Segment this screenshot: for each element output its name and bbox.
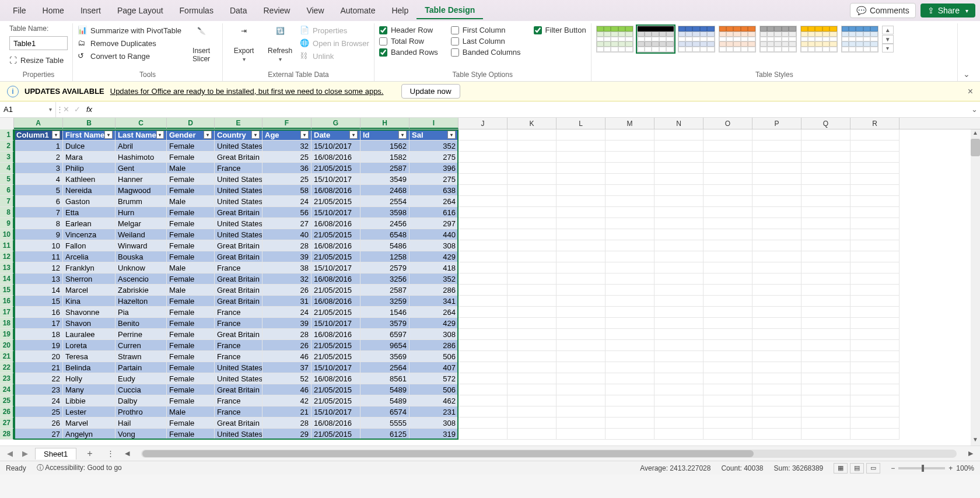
cell[interactable]: Hanner: [116, 174, 167, 185]
cell[interactable]: Great Britain: [215, 240, 262, 251]
cell[interactable]: 15/10/2017: [312, 207, 360, 218]
export-button[interactable]: ⇥Export▾: [228, 24, 260, 65]
column-header-L[interactable]: L: [556, 118, 606, 129]
cell[interactable]: 20: [14, 351, 63, 362]
cell[interactable]: 2587: [360, 163, 410, 174]
insert-slicer-button[interactable]: 🔪 Insert Slicer: [185, 24, 218, 65]
cell[interactable]: 37: [262, 362, 312, 373]
table-style-swatch-1[interactable]: [637, 26, 674, 52]
cell[interactable]: 3256: [360, 273, 410, 285]
cell[interactable]: 429: [410, 251, 459, 262]
cell[interactable]: Male: [167, 406, 215, 418]
cell[interactable]: Hashimoto: [116, 152, 167, 163]
cell[interactable]: France: [215, 262, 262, 273]
cell[interactable]: Belinda: [63, 362, 116, 373]
cell[interactable]: Great Britain: [215, 207, 262, 218]
menu-formulas[interactable]: Formulas: [172, 2, 222, 19]
cell[interactable]: 46: [262, 351, 312, 362]
row-header-26[interactable]: 26: [0, 406, 14, 418]
cell[interactable]: 506: [410, 384, 459, 395]
cell[interactable]: 10: [14, 240, 63, 251]
cell[interactable]: Female: [167, 373, 215, 384]
cell[interactable]: 16/08/2016: [312, 240, 360, 251]
filter-button-checkbox[interactable]: Filter Button: [534, 26, 586, 34]
row-header-22[interactable]: 22: [0, 362, 14, 373]
cell[interactable]: United States: [215, 174, 262, 185]
cell[interactable]: Female: [167, 141, 215, 152]
zoom-slider[interactable]: [898, 467, 945, 469]
row-header-24[interactable]: 24: [0, 384, 14, 395]
cell[interactable]: 308: [410, 418, 459, 429]
view-normal-button[interactable]: ▦: [834, 463, 848, 474]
tab-nav-prev[interactable]: ◀: [5, 449, 15, 458]
row-header-23[interactable]: 23: [0, 373, 14, 384]
cell[interactable]: 21: [262, 406, 312, 418]
cell[interactable]: Female: [167, 340, 215, 351]
menu-view[interactable]: View: [298, 2, 332, 19]
view-break-button[interactable]: ▭: [866, 463, 880, 474]
filter-icon[interactable]: ▾: [349, 131, 358, 139]
spreadsheet-grid[interactable]: ABCDEFGHIJKLMNOPQR 1Column1▾First Name▾L…: [0, 118, 980, 446]
cell[interactable]: 27: [14, 429, 63, 440]
table-header-id[interactable]: Id▾: [360, 129, 410, 141]
cell[interactable]: 21/05/2015: [312, 307, 360, 318]
column-header-G[interactable]: G: [312, 118, 360, 129]
table-header-country[interactable]: Country▾: [215, 129, 262, 141]
zoom-out-button[interactable]: −: [891, 464, 895, 472]
cell[interactable]: 2468: [360, 185, 410, 196]
cell[interactable]: 6548: [360, 229, 410, 240]
cell[interactable]: 275: [410, 174, 459, 185]
cell[interactable]: 3: [14, 163, 63, 174]
cell[interactable]: United States: [215, 141, 262, 152]
table-header-first-name[interactable]: First Name▾: [63, 129, 116, 141]
cell[interactable]: Marvel: [63, 418, 116, 429]
row-header-6[interactable]: 6: [0, 185, 14, 196]
cell[interactable]: 15/10/2017: [312, 141, 360, 152]
cell[interactable]: 6574: [360, 406, 410, 418]
cell[interactable]: 16/08/2016: [312, 185, 360, 196]
cell[interactable]: Zabriskie: [116, 285, 167, 296]
cell[interactable]: 4: [14, 174, 63, 185]
cell[interactable]: 56: [262, 207, 312, 218]
cell[interactable]: Brumm: [116, 196, 167, 207]
row-header-18[interactable]: 18: [0, 318, 14, 329]
vertical-scrollbar[interactable]: ▲ ▼: [971, 129, 980, 446]
menu-review[interactable]: Review: [256, 2, 299, 19]
table-name-input[interactable]: [9, 36, 68, 50]
filter-icon[interactable]: ▾: [447, 131, 456, 139]
cell[interactable]: 23: [14, 384, 63, 395]
column-header-N[interactable]: N: [654, 118, 704, 129]
cell[interactable]: Lester: [63, 406, 116, 418]
cell[interactable]: Female: [167, 240, 215, 251]
cell[interactable]: 21: [14, 362, 63, 373]
cell[interactable]: France: [215, 406, 262, 418]
comments-button[interactable]: 💬 Comments: [850, 3, 916, 18]
row-header-5[interactable]: 5: [0, 174, 14, 185]
cell[interactable]: Perrine: [116, 329, 167, 340]
cell[interactable]: Female: [167, 362, 215, 373]
cell[interactable]: Female: [167, 351, 215, 362]
formula-input[interactable]: [96, 103, 968, 117]
select-all-corner[interactable]: [0, 118, 14, 129]
filter-icon[interactable]: ▾: [398, 131, 407, 139]
cell[interactable]: Vincenza: [63, 229, 116, 240]
cell[interactable]: 24: [262, 307, 312, 318]
cell[interactable]: 16/08/2016: [312, 273, 360, 285]
cell[interactable]: Great Britain: [215, 285, 262, 296]
cell[interactable]: France: [215, 340, 262, 351]
cell[interactable]: Kina: [63, 296, 116, 307]
cell[interactable]: United States: [215, 373, 262, 384]
cell[interactable]: Female: [167, 218, 215, 229]
filter-icon[interactable]: ▾: [300, 131, 309, 139]
cell[interactable]: 638: [410, 185, 459, 196]
cell[interactable]: Loreta: [63, 340, 116, 351]
total-row-checkbox[interactable]: Total Row: [379, 37, 438, 45]
cell[interactable]: 396: [410, 163, 459, 174]
row-header-10[interactable]: 10: [0, 229, 14, 240]
cell[interactable]: Benito: [116, 318, 167, 329]
cell[interactable]: Great Britain: [215, 329, 262, 340]
first-column-checkbox[interactable]: First Column: [451, 26, 521, 34]
banded-columns-checkbox[interactable]: Banded Columns: [451, 48, 521, 57]
cell[interactable]: Prothro: [116, 406, 167, 418]
cell[interactable]: France: [215, 395, 262, 406]
